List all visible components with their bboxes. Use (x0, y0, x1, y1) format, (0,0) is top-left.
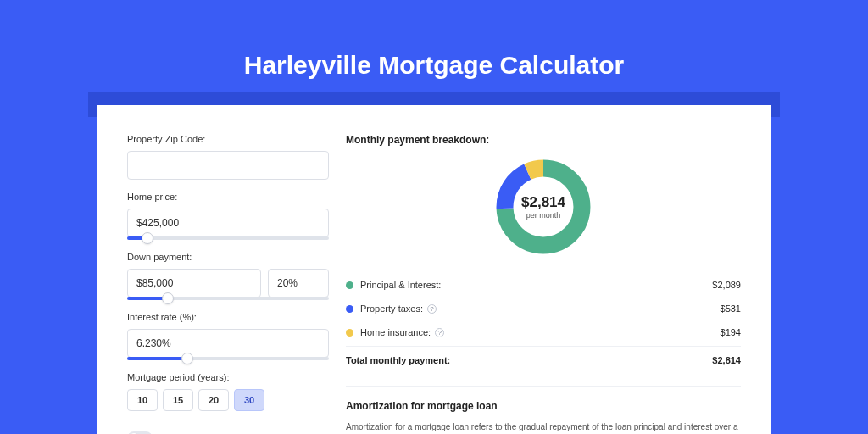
down-payment-label: Down payment: (127, 252, 329, 262)
total-label: Total monthly payment: (346, 355, 450, 365)
zip-input[interactable] (127, 151, 329, 180)
home-price-input[interactable] (127, 209, 329, 237)
donut-center-amount: $2,814 (521, 194, 565, 211)
calculator-card: Property Zip Code: Home price: Down paym… (97, 105, 771, 434)
legend-value: $194 (721, 327, 741, 337)
legend-dot-icon (346, 281, 353, 289)
amortization-body: Amortization for a mortgage loan refers … (346, 420, 741, 434)
down-payment-input[interactable] (127, 269, 261, 298)
period-option-30[interactable]: 30 (234, 389, 264, 411)
form-panel: Property Zip Code: Home price: Down paym… (127, 134, 329, 434)
interest-rate-input[interactable] (127, 329, 329, 358)
info-icon[interactable]: ? (435, 328, 444, 337)
amortization-section: Amortization for mortgage loan Amortizat… (346, 386, 741, 434)
period-option-20[interactable]: 20 (198, 389, 229, 411)
legend-dot-icon (346, 305, 353, 313)
period-option-15[interactable]: 15 (163, 389, 193, 411)
interest-rate-slider[interactable] (127, 357, 329, 360)
down-payment-slider[interactable] (127, 297, 329, 300)
slider-thumb[interactable] (162, 292, 174, 304)
legend-name: Principal & Interest: (360, 280, 441, 290)
interest-rate-label: Interest rate (%): (127, 312, 329, 322)
legend-item: Principal & Interest:$2,089 (346, 273, 741, 297)
legend-value: $531 (721, 303, 741, 314)
amortization-title: Amortization for mortgage loan (346, 400, 741, 412)
payment-donut-chart: $2,814 per month (492, 156, 594, 258)
breakdown-legend: Principal & Interest:$2,089Property taxe… (346, 273, 741, 344)
legend-value: $2,089 (712, 280, 741, 290)
home-price-slider[interactable] (127, 236, 329, 240)
period-label: Mortgage period (years): (127, 372, 329, 382)
legend-name: Home insurance: (360, 327, 431, 337)
period-option-10[interactable]: 10 (127, 389, 158, 411)
slider-thumb[interactable] (142, 232, 153, 244)
legend-dot-icon (346, 329, 353, 337)
home-price-label: Home price: (127, 192, 329, 202)
results-panel: Monthly payment breakdown: $2,814 per mo… (346, 134, 741, 434)
down-payment-pct-input[interactable] (268, 269, 329, 298)
breakdown-title: Monthly payment breakdown: (346, 134, 741, 146)
legend-item: Property taxes:?$531 (346, 297, 741, 320)
period-options: 10152030 (127, 389, 329, 411)
total-value: $2,814 (712, 355, 741, 365)
zip-label: Property Zip Code: (127, 134, 329, 144)
slider-thumb[interactable] (181, 353, 193, 364)
legend-item: Home insurance:?$194 (346, 320, 741, 344)
page-title: Harleyville Mortgage Calculator (0, 0, 868, 80)
donut-center-sub: per month (526, 211, 561, 220)
legend-name: Property taxes: (360, 303, 423, 314)
info-icon[interactable]: ? (427, 304, 437, 314)
